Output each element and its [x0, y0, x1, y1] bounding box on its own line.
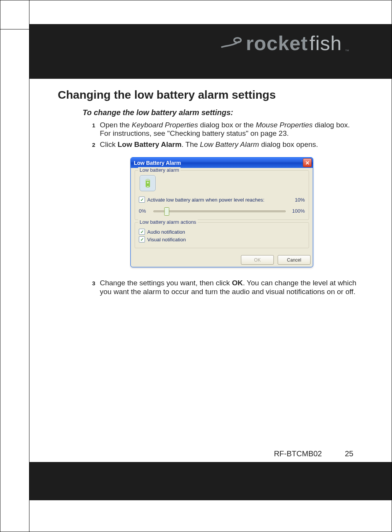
step-number: 3 [88, 279, 95, 296]
brand-trademark: ™ [345, 49, 350, 53]
group-alarm-actions: Low battery alarm actions ✓ Audio notifi… [135, 222, 309, 248]
logo-swoosh-icon [220, 29, 243, 52]
brand-logo: rocketfish ™ [220, 32, 350, 55]
groupbox-legend: Low battery alarm [138, 167, 181, 173]
threshold-value: 10% [295, 197, 305, 203]
step-body: Change the settings you want, then click… [100, 279, 357, 296]
slider-track [153, 210, 286, 212]
step-number: 2 [88, 140, 95, 149]
step-item: 1 Open the Keyboard Properties dialog bo… [88, 121, 357, 138]
dialog-screenshot: Low Battery Alarm ✕ Low battery alarm 🔋 … [130, 157, 313, 267]
section-subtitle: To change the low battery alarm settings… [83, 108, 357, 117]
page-number: 25 [345, 449, 353, 458]
visual-notification-label: Visual notification [147, 237, 186, 242]
section-title: Changing the low battery alarm settings [58, 88, 357, 101]
ok-button[interactable]: OK [241, 255, 274, 265]
step-italic: Keyboard Properties [132, 121, 198, 129]
slider-thumb[interactable] [164, 207, 169, 216]
close-icon[interactable]: ✕ [303, 158, 312, 167]
step-text: dialog box or the [198, 121, 256, 129]
battery-icon: 🔋 [140, 175, 156, 191]
step-text: Open the [100, 121, 132, 129]
step-bold: Low Battery Alarm [117, 140, 181, 148]
audio-notification-label: Audio notification [147, 229, 185, 235]
cancel-button-label: Cancel [287, 257, 301, 263]
threshold-slider[interactable] [153, 207, 286, 214]
svg-point-0 [234, 38, 241, 42]
visual-notification-checkbox[interactable]: ✓ [139, 236, 145, 242]
step-text: dialog box opens. [259, 140, 318, 148]
dialog-titlebar[interactable]: Low Battery Alarm ✕ [131, 158, 313, 168]
footer-text: RF-BTCMB02 25 [274, 449, 353, 458]
step-bold: OK [232, 279, 243, 287]
page-vertical-rule [29, 0, 29, 532]
dialog-title: Low Battery Alarm [134, 160, 181, 166]
step-text: . The [182, 140, 200, 148]
step-item: 3 Change the settings you want, then cli… [88, 279, 357, 296]
audio-notification-checkbox[interactable]: ✓ [139, 229, 145, 235]
groupbox-legend: Low battery alarm actions [138, 219, 198, 225]
step-text: Change the settings you want, then click [100, 279, 232, 287]
brand-name-light: fish [309, 32, 342, 55]
ok-button-label: OK [254, 257, 260, 263]
step-number: 1 [88, 121, 95, 138]
header-band: rocketfish ™ [29, 24, 392, 79]
step-italic: Low Battery Alarm [200, 140, 259, 148]
content-area: Changing the low battery alarm settings … [58, 88, 357, 298]
step-text: Click [100, 140, 117, 148]
footer-model: RF-BTCMB02 [274, 449, 322, 458]
step-item: 2 Click Low Battery Alarm. The Low Batte… [88, 140, 357, 149]
slider-min-label: 0% [139, 208, 150, 214]
step-italic: Mouse Properties [256, 121, 313, 129]
low-battery-alarm-dialog: Low Battery Alarm ✕ Low battery alarm 🔋 … [130, 157, 313, 267]
activate-alarm-label: Activate low battery alarm when power le… [147, 197, 264, 203]
step-body: Open the Keyboard Properties dialog box … [100, 121, 357, 138]
brand-name-bold: rocket [246, 32, 308, 55]
activate-alarm-checkbox[interactable]: ✓ [139, 197, 145, 203]
group-low-battery-alarm: Low battery alarm 🔋 ✓ Activate low batte… [135, 170, 309, 220]
slider-max-label: 100% [290, 208, 305, 214]
cancel-button[interactable]: Cancel [278, 255, 311, 265]
step-body: Click Low Battery Alarm. The Low Battery… [100, 140, 318, 149]
footer-band [29, 462, 392, 500]
